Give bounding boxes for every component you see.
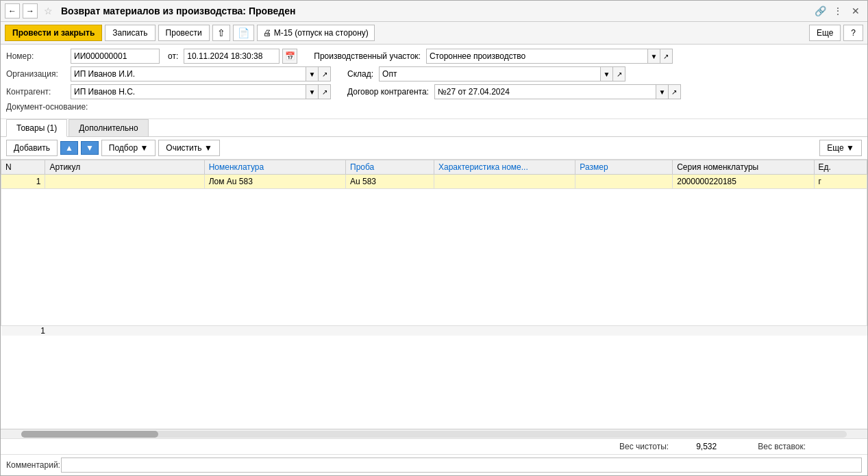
cell-proba: Au 583	[346, 175, 434, 189]
proizv-field: Стороннее производство ▼ ↗	[426, 49, 673, 64]
cell-n: 1	[1, 175, 45, 189]
cell-ed: г	[814, 175, 867, 189]
calendar-button[interactable]: 📅	[282, 49, 297, 64]
move-down-button[interactable]: ▼	[81, 141, 99, 155]
kontragent-label: Контрагент:	[6, 87, 68, 97]
col-header-ed: Ед.	[814, 160, 867, 175]
more-table-icon: ▼	[846, 143, 854, 153]
podbor-button[interactable]: Подбор ▼	[101, 140, 156, 156]
items-table: N Артикул Номенклатура Проба Характерист…	[1, 160, 867, 429]
ochistit-dropdown-icon: ▼	[204, 143, 212, 153]
upload-icon-button[interactable]: ⇧	[212, 25, 230, 41]
dogovor-ext-button[interactable]: ↗	[668, 85, 680, 99]
comment-input[interactable]	[61, 458, 862, 473]
proizv-ext-button[interactable]: ↗	[660, 49, 672, 63]
col-header-proba: Проба	[346, 160, 434, 175]
nomer-field: ИИ000000001	[71, 49, 160, 64]
comment-section: Комментарий:	[1, 454, 867, 475]
sklad-input[interactable]: Опт	[380, 67, 600, 81]
org-label: Организация:	[6, 69, 68, 79]
proizv-input[interactable]: Стороннее производство	[427, 49, 647, 63]
proizv-label: Производственный участок:	[314, 51, 421, 61]
sklad-ext-button[interactable]: ↗	[612, 67, 625, 81]
horizontal-scrollbar[interactable]	[1, 429, 867, 438]
comment-label: Комментарий:	[6, 460, 61, 470]
dogovor-input[interactable]: №27 от 27.04.2024	[435, 85, 656, 99]
more-icon[interactable]: ⋮	[830, 3, 845, 18]
m15-button[interactable]: 🖨 М-15 (отпуск на сторону)	[257, 25, 375, 41]
table-footer-row: 1	[1, 326, 867, 336]
ves-chistoty-label: Вес чистоты:	[619, 442, 669, 451]
sklad-dropdown-button[interactable]: ▼	[600, 67, 612, 81]
document-icon-button[interactable]: 📄	[233, 25, 254, 41]
proizv-dropdown-button[interactable]: ▼	[647, 49, 660, 63]
footer-xarakter	[434, 326, 575, 336]
col-header-nomenklatura: Номенклатура	[204, 160, 345, 175]
footer-proba	[346, 326, 434, 336]
org-field: ИП Иванов И.И. ▼ ↗	[71, 66, 331, 82]
more-toolbar-button[interactable]: Еще	[809, 25, 841, 41]
empty-row	[1, 189, 867, 326]
ochistit-button[interactable]: Очистить ▼	[158, 140, 219, 156]
cell-artikul	[45, 175, 204, 189]
link-icon[interactable]: 🔗	[813, 3, 828, 18]
save-button[interactable]: Записать	[105, 25, 155, 41]
org-ext-button[interactable]: ↗	[318, 67, 330, 81]
footer-razmer	[575, 326, 673, 336]
help-button[interactable]: ?	[843, 25, 863, 41]
date-input[interactable]: 10.11.2024 18:30:38	[184, 49, 279, 63]
footer-nomenklatura	[204, 326, 345, 336]
printer-icon: 🖨	[263, 28, 271, 38]
ot-label: от:	[168, 51, 178, 61]
kontragent-input[interactable]: ИП Иванов Н.С.	[71, 85, 306, 99]
m15-label: М-15 (отпуск на сторону)	[274, 28, 369, 38]
cell-seria: 2000000220185	[673, 175, 814, 189]
kontragent-field: ИП Иванов Н.С. ▼ ↗	[71, 84, 331, 99]
col-header-xarakter: Характеристика номе...	[434, 160, 575, 175]
ves-chistoty-value: 9,532	[675, 442, 717, 451]
tab-tovary[interactable]: Товары (1)	[6, 119, 67, 137]
post-close-button[interactable]: Провести и закрыть	[5, 25, 102, 41]
date-field: 10.11.2024 18:30:38	[184, 49, 280, 64]
cell-razmer	[575, 175, 673, 189]
window-title: Возврат материалов из производства: Пров…	[58, 5, 810, 16]
back-button[interactable]: ←	[5, 3, 20, 18]
sklad-field: Опт ▼ ↗	[379, 66, 625, 82]
tab-dopolnitelno[interactable]: Дополнительно	[69, 119, 148, 136]
ves-vstavok-label: Вес вставок:	[758, 442, 806, 451]
nomer-label: Номер:	[6, 51, 68, 61]
table-row[interactable]: 1 Лом Au 583 Au 583 2000000220185 г	[1, 175, 867, 189]
footer-seria	[673, 326, 814, 336]
org-input[interactable]: ИП Иванов И.И.	[71, 67, 306, 81]
summary-section: Вес чистоты: 9,532 Вес вставок:	[1, 438, 867, 454]
podbor-dropdown-icon: ▼	[140, 143, 148, 153]
org-dropdown-button[interactable]: ▼	[306, 67, 318, 81]
cell-nomenklatura: Лом Au 583	[204, 175, 345, 189]
col-header-seria: Серия номенклатуры	[673, 160, 814, 175]
footer-ed	[814, 326, 867, 336]
sklad-label: Склад:	[347, 69, 373, 79]
col-header-razmer: Размер	[575, 160, 673, 175]
dogovor-dropdown-button[interactable]: ▼	[656, 85, 668, 99]
move-up-button[interactable]: ▲	[60, 141, 78, 155]
kontragent-ext-button[interactable]: ↗	[318, 85, 330, 99]
footer-n: 1	[1, 326, 45, 336]
cell-xarakter	[434, 175, 575, 189]
footer-artikul	[45, 326, 204, 336]
nomer-input[interactable]: ИИ000000001	[71, 49, 159, 63]
dogovor-label: Договор контрагента:	[347, 87, 429, 97]
col-header-artikul: Артикул	[45, 160, 204, 175]
kontragent-dropdown-button[interactable]: ▼	[306, 85, 318, 99]
favorite-button[interactable]: ☆	[40, 3, 55, 18]
more-table-button[interactable]: Еще ▼	[819, 140, 862, 156]
close-icon[interactable]: ✕	[848, 3, 863, 18]
add-button[interactable]: Добавить	[6, 140, 58, 156]
forward-button[interactable]: →	[23, 3, 38, 18]
post-button[interactable]: Провести	[158, 25, 210, 41]
doc-osnov-label: Документ-основание:	[6, 102, 88, 112]
col-header-n: N	[1, 160, 45, 175]
dogovor-field: №27 от 27.04.2024 ▼ ↗	[434, 84, 681, 99]
